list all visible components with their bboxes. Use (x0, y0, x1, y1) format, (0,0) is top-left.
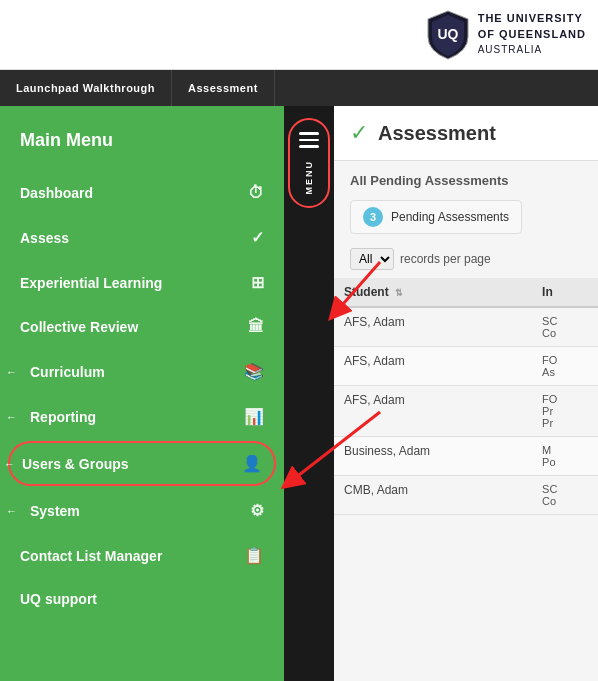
university-logo: UQ The University of Queensland Australi… (426, 9, 586, 61)
table-container: Student ⇅ In AFS, Adam SCCo AFS, Ad (334, 278, 598, 681)
cell-info: FOAs (532, 347, 598, 386)
university-shield-icon: UQ (426, 9, 470, 61)
table-row: CMB, Adam SCCo (334, 476, 598, 515)
main-area: Main Menu Dashboard ⏱ Assess ✓ Experient… (0, 106, 598, 681)
pending-badge: 3 Pending Assessments (350, 200, 522, 234)
content-header: ✓ Assessment (334, 106, 598, 161)
col-student[interactable]: Student ⇅ (334, 278, 532, 307)
arrow-indicator: ← (6, 366, 17, 378)
sidebar-item-dashboard[interactable]: Dashboard ⏱ (0, 171, 284, 215)
menu-toggle-label: MENU (304, 160, 314, 195)
svg-text:UQ: UQ (437, 26, 458, 42)
pending-badge-row: 3 Pending Assessments (334, 194, 598, 240)
grid-icon: ⊞ (251, 273, 264, 292)
arrow-indicator: ← (6, 411, 17, 423)
cell-student: AFS, Adam (334, 386, 532, 437)
cell-info: MPo (532, 437, 598, 476)
clock-icon: ⏱ (248, 184, 264, 202)
records-per-page-select[interactable]: All (350, 248, 394, 270)
book-icon: 📚 (244, 362, 264, 381)
tab-assessment[interactable]: Assessment (172, 70, 275, 106)
check-icon: ✓ (350, 120, 368, 146)
group-icon: 🏛 (248, 318, 264, 336)
sidebar: Main Menu Dashboard ⏱ Assess ✓ Experient… (0, 106, 284, 681)
sidebar-item-label: UQ support (20, 591, 264, 607)
sidebar-item-experiential-learning[interactable]: Experiential Learning ⊞ (0, 260, 284, 305)
page-title: Assessment (378, 122, 496, 145)
list-icon: 📋 (244, 546, 264, 565)
sidebar-item-assess[interactable]: Assess ✓ (0, 215, 284, 260)
sidebar-item-collective-review[interactable]: Collective Review 🏛 (0, 305, 284, 349)
tab-launchpad[interactable]: Launchpad Walkthrough (0, 70, 172, 106)
sidebar-item-label: Contact List Manager (20, 548, 244, 564)
top-header: UQ The University of Queensland Australi… (0, 0, 598, 70)
col-info[interactable]: In (532, 278, 598, 307)
university-name-text: The University of Queensland Australia (478, 11, 586, 57)
settings-icon: ⚙ (250, 501, 264, 520)
cell-info: SCCo (532, 476, 598, 515)
sidebar-item-label: Dashboard (20, 185, 248, 201)
cell-info: FOPrPr (532, 386, 598, 437)
sidebar-item-label: System (20, 503, 250, 519)
sidebar-item-label: Experiential Learning (20, 275, 251, 291)
sort-icon: ⇅ (395, 288, 403, 298)
bar-chart-icon: 📊 (244, 407, 264, 426)
content-subtitle: All Pending Assessments (334, 161, 598, 194)
menu-toggle-column: MENU (284, 106, 334, 681)
check-icon: ✓ (251, 228, 264, 247)
hamburger-icon (299, 132, 319, 148)
cell-student: AFS, Adam (334, 347, 532, 386)
sidebar-item-users-groups[interactable]: ← Users & Groups 👤 (8, 441, 276, 486)
table-row: AFS, Adam FOAs (334, 347, 598, 386)
sidebar-item-curriculum[interactable]: ← Curriculum 📚 (0, 349, 284, 394)
sidebar-item-system[interactable]: ← System ⚙ (0, 488, 284, 533)
cell-student: Business, Adam (334, 437, 532, 476)
hamburger-line (299, 139, 319, 142)
sidebar-item-label: Users & Groups (22, 456, 242, 472)
sidebar-item-uq-support[interactable]: UQ support (0, 578, 284, 620)
menu-toggle-button[interactable]: MENU (288, 118, 330, 208)
sidebar-title: Main Menu (0, 122, 284, 171)
nav-tabs-bar: Launchpad Walkthrough Assessment (0, 70, 598, 106)
hamburger-line (299, 132, 319, 135)
assessment-table: Student ⇅ In AFS, Adam SCCo AFS, Ad (334, 278, 598, 515)
sidebar-item-label: Assess (20, 230, 251, 246)
table-row: AFS, Adam FOPrPr (334, 386, 598, 437)
arrow-indicator: ← (6, 505, 17, 517)
sidebar-item-label: Reporting (20, 409, 244, 425)
sidebar-item-label: Collective Review (20, 319, 248, 335)
sidebar-item-reporting[interactable]: ← Reporting 📊 (0, 394, 284, 439)
cell-student: CMB, Adam (334, 476, 532, 515)
table-row: AFS, Adam SCCo (334, 307, 598, 347)
cell-info: SCCo (532, 307, 598, 347)
users-icon: 👤 (242, 454, 262, 473)
cell-student: AFS, Adam (334, 307, 532, 347)
arrow-indicator: ← (4, 458, 15, 470)
pending-count: 3 (363, 207, 383, 227)
pending-badge-text: Pending Assessments (391, 210, 509, 224)
content-panel: ✓ Assessment All Pending Assessments 3 P… (334, 106, 598, 681)
records-per-page-label: records per page (400, 252, 491, 266)
filter-row: All records per page (334, 240, 598, 278)
sidebar-item-contact-list[interactable]: Contact List Manager 📋 (0, 533, 284, 578)
table-row: Business, Adam MPo (334, 437, 598, 476)
hamburger-line (299, 145, 319, 148)
sidebar-item-label: Curriculum (20, 364, 244, 380)
